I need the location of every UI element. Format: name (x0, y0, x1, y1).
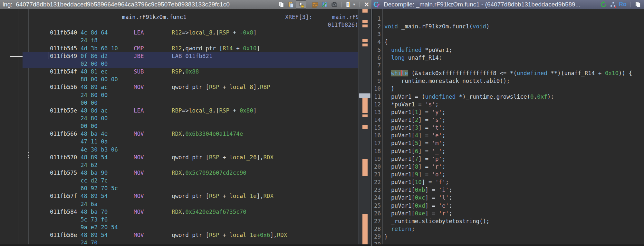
listing-row[interactable]: 00 00 (0, 99, 358, 107)
code-line[interactable]: 20 puVar1[8] = 'r'; (373, 163, 644, 171)
code-line[interactable]: 14 puVar1[2] = 's'; (373, 116, 644, 124)
listing-row[interactable]: 24 80 00 (0, 114, 358, 122)
code-line[interactable]: 3 (373, 30, 644, 38)
scrollbar-marker[interactable] (362, 9, 368, 13)
function-header-name[interactable]: _main.rF91kzOm.func1 (119, 13, 187, 21)
code-line[interactable]: 18 puVar1[6] = '_'; (373, 147, 644, 155)
bytes: 48 ba 4e (81, 130, 108, 138)
callgraph-icon[interactable] (608, 1, 618, 8)
code-line[interactable]: 12 *puVar1 = 's'; (373, 101, 644, 108)
address: 011fb54f (50, 68, 77, 75)
code-text: undefined *puVar1; (384, 46, 452, 54)
listing-row[interactable]: 011fb5454d 3b 66 10CMPR12,qword ptr [R14… (0, 44, 358, 52)
dropdown-caret-icon[interactable]: ▾ (353, 2, 358, 7)
code-line[interactable]: 1 (373, 15, 644, 23)
scrollbar-marker[interactable] (362, 214, 368, 246)
listing-row[interactable]: 4e 30 b3 06 (0, 146, 358, 153)
line-number: 25 (373, 202, 381, 210)
line-number: 26 (373, 210, 381, 217)
toolbar-separator (341, 2, 341, 7)
cursor-select-icon[interactable] (296, 0, 306, 9)
code-line[interactable]: 16 puVar1[4] = 'e'; (373, 132, 644, 139)
listing-row[interactable]: cc d2 7c (0, 177, 358, 184)
code-line[interactable]: 9 _runtime.morestack_noctxt.abi0(); (373, 77, 644, 85)
scrollbar-marker[interactable] (362, 114, 368, 117)
listing-row[interactable]: 24 62 (0, 161, 358, 169)
listing-options-icon[interactable] (343, 1, 353, 8)
code-line[interactable]: 13 puVar1[1] = 'y'; (373, 108, 644, 116)
scrollbar-marker[interactable] (362, 25, 368, 27)
xref-reference[interactable]: 011fb826( (328, 21, 358, 29)
scrollbar-marker[interactable] (362, 39, 368, 42)
xref-reference[interactable]: _main.rF9 (329, 13, 359, 21)
code-line[interactable]: 24 puVar1[0xc] = 'l'; (373, 194, 644, 202)
code-line[interactable]: 23 puVar1[0xb] = 'i'; (373, 186, 644, 194)
bytes: 4d 3b 66 10 (81, 44, 118, 52)
scrollbar-thumb[interactable] (359, 93, 370, 98)
toolbar-separator (630, 2, 630, 7)
listing-row[interactable]: 011fb54f48 81 ecSUBRSP,0x88 (0, 68, 358, 75)
listing-row[interactable]: 9a e2 20 54 (0, 223, 358, 231)
scrollbar-marker[interactable] (362, 98, 368, 113)
diff-view-icon[interactable] (320, 1, 330, 8)
snapshot-camera-icon[interactable] (330, 1, 339, 8)
listing-row[interactable]: 88 00 00 00 (0, 75, 358, 83)
xref-count-label: XREF[3]: (285, 13, 312, 21)
code-line[interactable]: 17 puVar1[5] = 'm'; (373, 139, 644, 147)
listing-row[interactable]: 00 00 (0, 122, 358, 130)
listing-row[interactable]: 011fb57f48 89 54MOVqword ptr [RSP + loca… (0, 192, 358, 200)
listing-row[interactable]: 011fb55648 89 acMOVqword ptr [RSP + loca… (0, 83, 358, 91)
refresh-icon[interactable] (599, 1, 608, 8)
listing-row[interactable]: 24 80 00 (0, 91, 358, 99)
memory-fields-icon[interactable] (310, 1, 320, 8)
listing-row[interactable]: 60 92 70 5c (0, 184, 358, 192)
code-line[interactable]: 29} (373, 233, 644, 241)
listing-row[interactable]: 47 11 0a (0, 138, 358, 145)
code-line[interactable]: 21 puVar1[9] = 'o'; (373, 171, 644, 178)
scrollbar-marker[interactable] (362, 125, 368, 129)
bytes: 5c 73 f6 (81, 216, 108, 223)
scrollbar-marker[interactable] (362, 44, 368, 46)
operands: R12=>local_8,[RSP + -0x8] (172, 29, 256, 36)
code-line[interactable]: 10 } (373, 85, 644, 93)
operands: R12,qword ptr [R14 + 0x10] (172, 44, 260, 52)
listing-row[interactable]: 011fb57548 ba 90MOVRDX,0x5c7092607cd2cc9… (0, 169, 358, 177)
ghidra-window: ing: 64077d8dbb131beddaced9b589664e964ca… (0, 0, 644, 246)
ro-tool-button[interactable]: Ro (618, 1, 628, 8)
listing-row[interactable]: 011fb58448 ba 70MOVRDX,0x5420e29af6735c7… (0, 208, 358, 216)
paste-icon[interactable] (286, 1, 296, 8)
line-number: 27 (373, 217, 381, 225)
code-line[interactable]: 22 puVar1[10] = 'f'; (373, 178, 644, 186)
listing-row[interactable]: 02 00 00 (0, 60, 358, 68)
code-line[interactable]: 28 return; (373, 225, 644, 233)
listing-row[interactable]: 011fb55e48 8d acLEARBP=>local_8,[RSP + 0… (0, 107, 358, 114)
code-line[interactable]: 5 undefined *puVar1; (373, 46, 644, 54)
code-line[interactable]: 4{ (373, 38, 644, 46)
listing-row[interactable]: 011fb56648 ba 4eMOVRDX,0x6b3304e0a11474e (0, 130, 358, 138)
code-line[interactable]: 6 long unaff_R14; (373, 54, 644, 62)
copy-icon[interactable] (633, 1, 643, 8)
listing-row[interactable]: 011fb5404c 8d 64LEAR12=>local_8,[RSP + -… (0, 29, 358, 36)
listing-row[interactable]: 24 f8 (0, 36, 358, 44)
decompiler-titlebar: Cf Decompile: _main.rF91kzOm.func1 - (64… (371, 0, 644, 9)
listing-row[interactable]: 011fb58e48 89 54MOVqword ptr [RSP + loca… (0, 231, 358, 239)
code-line[interactable]: 27 _runtime.slicebytetostring(); (373, 217, 644, 225)
listing-row[interactable]: 24 6a (0, 200, 358, 208)
code-line[interactable]: 2void _main.rF91kzOm.func1(void) (373, 23, 644, 30)
code-line[interactable]: 26 puVar1[0xe] = 'r'; (373, 210, 644, 217)
listing-row[interactable]: 011fb5490f 86 d2JBELAB_011fb821 (0, 52, 358, 60)
code-line[interactable]: 15 puVar1[3] = 't'; (373, 124, 644, 132)
code-line[interactable]: 11 puVar1 = (undefined *)_runtime.growsl… (373, 93, 644, 101)
code-line[interactable]: 7 (373, 62, 644, 69)
scrollbar-marker[interactable] (362, 159, 368, 176)
panel-splitter[interactable] (370, 9, 373, 246)
code-line[interactable]: 19 puVar1[7] = 'p'; (373, 155, 644, 163)
code-line[interactable]: 8 while (&stack0xfffffffffffffff8 <= *(u… (373, 69, 644, 77)
scrollbar-track[interactable] (358, 9, 370, 246)
copy-icon[interactable] (276, 1, 286, 8)
scrollbar-marker[interactable] (362, 20, 368, 23)
code-line[interactable]: 25 puVar1[0xd] = 'e'; (373, 202, 644, 210)
listing-row[interactable]: 5c 73 f6 (0, 216, 358, 223)
listing-row[interactable]: 011fb57048 89 54MOVqword ptr [RSP + loca… (0, 153, 358, 161)
close-icon[interactable]: ✕ (362, 1, 371, 8)
